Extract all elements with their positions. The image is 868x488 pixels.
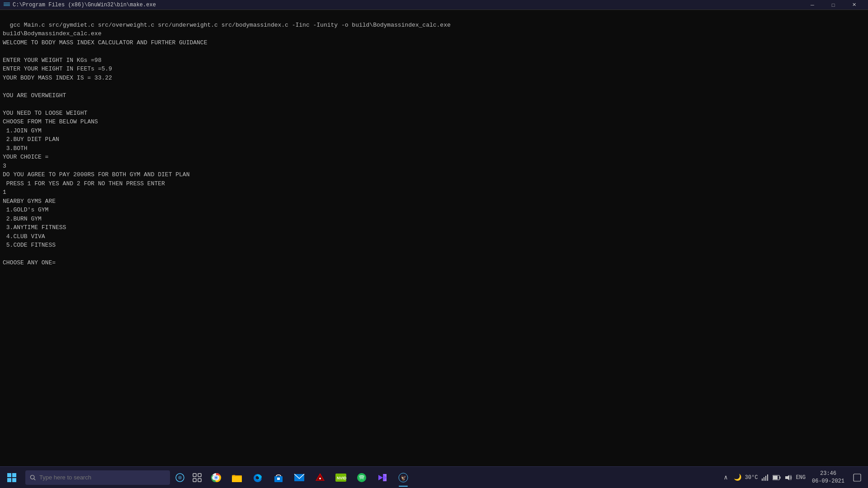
svg-rect-41: [854, 474, 861, 481]
date-display: 06-09-2021: [812, 478, 844, 485]
svg-text:🦅: 🦅: [401, 474, 407, 481]
battery-icon[interactable]: [772, 473, 781, 482]
tray-chevron[interactable]: ∧: [722, 473, 731, 482]
svg-rect-4: [12, 473, 16, 477]
volume-icon[interactable]: [784, 473, 793, 482]
svg-rect-3: [7, 473, 11, 477]
titlebar-controls: ─ □ ✕: [802, 0, 864, 10]
terminal-output[interactable]: gcc Main.c src/gymdiet.c src/overweight.…: [0, 10, 868, 466]
svg-rect-0: [4, 3, 10, 3]
maximize-button[interactable]: □: [823, 0, 844, 10]
taskbar: NVID 🦅: [0, 466, 868, 488]
svg-point-26: [319, 478, 321, 479]
time-display: 23:46: [820, 470, 836, 478]
svg-rect-5: [7, 478, 11, 482]
svg-rect-33: [762, 479, 763, 481]
svg-line-8: [34, 479, 35, 480]
svg-text:NVID: NVID: [337, 476, 346, 480]
svg-rect-35: [765, 476, 766, 481]
search-bar[interactable]: [25, 470, 170, 485]
svg-marker-40: [785, 475, 789, 480]
minimize-button[interactable]: ─: [802, 0, 823, 10]
unknown-app-button[interactable]: 🦅: [393, 468, 413, 488]
edge-app-button[interactable]: [248, 468, 268, 488]
network-icon[interactable]: [760, 473, 769, 482]
store-app-button[interactable]: [269, 468, 288, 488]
svg-rect-20: [232, 476, 242, 482]
svg-rect-13: [193, 479, 196, 482]
language-indicator[interactable]: ENG: [796, 474, 806, 481]
weather-icon[interactable]: 🌙: [733, 473, 742, 482]
mail-app-button[interactable]: [289, 468, 309, 488]
system-tray: ∧ 🌙 30°C: [722, 470, 868, 485]
svg-rect-14: [198, 479, 201, 482]
file-explorer-button[interactable]: [227, 468, 247, 488]
svg-rect-1: [4, 4, 10, 5]
svg-rect-2: [4, 5, 10, 6]
svg-point-29: [357, 473, 366, 482]
notification-button[interactable]: [851, 471, 863, 484]
svg-rect-6: [12, 478, 16, 482]
search-input[interactable]: [39, 474, 165, 481]
chrome-app-button[interactable]: [206, 468, 226, 488]
terminal-text: gcc Main.c src/gymdiet.c src/overweight.…: [3, 22, 451, 267]
svg-rect-38: [773, 476, 778, 479]
start-button[interactable]: [0, 467, 24, 488]
title-bar-left: C:\Program Files (x86)\GnuWin32\bin\make…: [4, 2, 156, 8]
svg-rect-39: [780, 476, 781, 479]
close-button[interactable]: ✕: [844, 0, 864, 10]
temperature-label: 30°C: [745, 473, 758, 482]
search-icon: [30, 474, 36, 481]
svg-point-18: [215, 476, 217, 479]
svg-rect-36: [767, 474, 768, 481]
svg-point-10: [178, 476, 182, 479]
svg-rect-34: [764, 477, 764, 481]
taskbar-apps: NVID 🦅: [172, 468, 722, 488]
app-icon: [4, 2, 10, 8]
svg-rect-11: [193, 474, 196, 477]
task-view-button[interactable]: [189, 468, 205, 488]
nvidia-app-button[interactable]: NVID: [331, 468, 351, 488]
svg-point-7: [30, 475, 34, 479]
spotify-app-button[interactable]: [352, 468, 372, 488]
svg-rect-12: [198, 474, 201, 477]
visual-studio-button[interactable]: [373, 468, 392, 488]
title-bar: C:\Program Files (x86)\GnuWin32\bin\make…: [0, 0, 868, 10]
msi-dragon-button[interactable]: [310, 468, 330, 488]
clock[interactable]: 23:46 06-09-2021: [808, 470, 848, 485]
svg-rect-22: [277, 478, 280, 480]
window-title: C:\Program Files (x86)\GnuWin32\bin\make…: [13, 2, 156, 8]
cortana-button[interactable]: [172, 468, 188, 488]
